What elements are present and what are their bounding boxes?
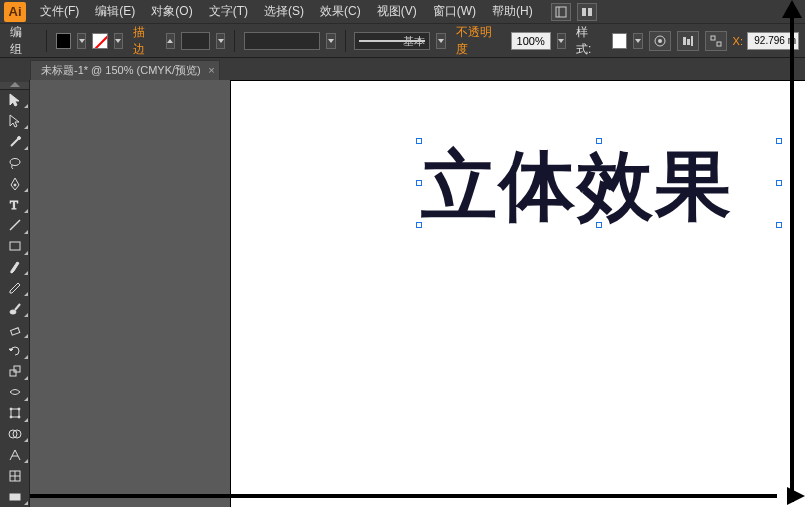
canvas-area[interactable]: 立体效果 [30, 80, 805, 507]
opacity-dropdown[interactable] [557, 33, 567, 49]
stroke-weight-stepper-up[interactable] [166, 33, 176, 49]
type-tool[interactable]: T [1, 195, 29, 214]
selection-handle[interactable] [776, 138, 782, 144]
svg-point-36 [10, 408, 12, 410]
app-logo: Ai [4, 2, 26, 22]
svg-rect-18 [717, 42, 721, 46]
svg-line-27 [10, 220, 20, 230]
selection-handle[interactable] [776, 222, 782, 228]
panel-collapse-grip[interactable] [0, 82, 29, 90]
svg-rect-45 [10, 494, 20, 500]
artboard[interactable]: 立体效果 [230, 80, 805, 507]
svg-point-39 [18, 416, 20, 418]
svg-marker-11 [635, 39, 641, 43]
stroke-profile-box[interactable] [244, 32, 320, 50]
tool-panel: T [0, 80, 30, 507]
svg-point-29 [10, 310, 16, 314]
gradient-tool[interactable] [1, 487, 29, 506]
svg-marker-20 [10, 94, 19, 106]
svg-point-23 [17, 136, 20, 139]
svg-marker-32 [9, 349, 13, 351]
align-icon[interactable] [677, 31, 699, 51]
menu-select[interactable]: 选择(S) [256, 0, 312, 24]
svg-rect-28 [10, 242, 20, 250]
svg-point-37 [18, 408, 20, 410]
fill-dropdown[interactable] [77, 33, 87, 49]
document-tab-title: 未标题-1* @ 150% (CMYK/预览) [41, 64, 201, 76]
lasso-tool[interactable] [1, 153, 29, 172]
menu-edit[interactable]: 编辑(E) [87, 0, 143, 24]
artwork-text[interactable]: 立体效果 [421, 136, 733, 239]
brush-def-box[interactable]: 基本 [354, 32, 430, 50]
svg-point-38 [10, 416, 12, 418]
width-tool[interactable] [1, 383, 29, 402]
perspective-grid-tool[interactable] [1, 445, 29, 464]
control-bar: 编组 描边 基本 不透明度 100% 样式: [0, 24, 805, 58]
stroke-swatch[interactable] [92, 33, 107, 49]
rotate-tool[interactable] [1, 341, 29, 360]
direct-selection-tool[interactable] [1, 111, 29, 130]
right-control-icons: X: 92.796 m [649, 31, 799, 51]
scale-tool[interactable] [1, 362, 29, 381]
menu-object[interactable]: 对象(O) [143, 0, 200, 24]
svg-marker-10 [558, 39, 564, 43]
arrange-icon[interactable] [577, 3, 597, 21]
selection-tool[interactable] [1, 91, 29, 110]
fill-swatch[interactable] [56, 33, 71, 49]
selection-handle[interactable] [776, 180, 782, 186]
close-icon[interactable]: × [208, 64, 214, 76]
divider [345, 30, 346, 52]
magic-wand-tool[interactable] [1, 132, 29, 151]
pen-tool[interactable] [1, 174, 29, 193]
brush-basic-label: 基本 [403, 34, 425, 49]
svg-rect-15 [687, 39, 690, 45]
stroke-dropdown[interactable] [114, 33, 124, 49]
menu-effect[interactable]: 效果(C) [312, 0, 369, 24]
transform-icon[interactable] [705, 31, 727, 51]
mesh-tool[interactable] [1, 466, 29, 485]
layout-icon[interactable] [551, 3, 571, 21]
svg-marker-6 [167, 39, 173, 43]
recolor-icon[interactable] [649, 31, 671, 51]
brush-def-dropdown[interactable] [436, 33, 446, 49]
svg-rect-2 [582, 8, 586, 16]
overlay-arrow-up-icon [782, 0, 802, 18]
svg-rect-31 [10, 327, 19, 334]
menu-items: 文件(F) 编辑(E) 对象(O) 文字(T) 选择(S) 效果(C) 视图(V… [32, 0, 541, 24]
svg-line-30 [15, 304, 20, 310]
menu-right-icons [551, 3, 597, 21]
menu-help[interactable]: 帮助(H) [484, 0, 541, 24]
opacity-value[interactable]: 100% [511, 32, 551, 50]
style-dropdown[interactable] [633, 33, 643, 49]
overlay-arrow-right-icon [787, 487, 805, 505]
svg-marker-19 [10, 82, 20, 87]
free-transform-tool[interactable] [1, 404, 29, 423]
stroke-weight-dropdown[interactable] [216, 33, 226, 49]
rectangle-tool[interactable] [1, 237, 29, 256]
svg-point-25 [14, 184, 16, 186]
svg-marker-8 [328, 39, 334, 43]
menu-type[interactable]: 文字(T) [201, 0, 256, 24]
opacity-label[interactable]: 不透明度 [452, 24, 505, 58]
stroke-label[interactable]: 描边 [129, 24, 160, 58]
pencil-tool[interactable] [1, 278, 29, 297]
menu-view[interactable]: 视图(V) [369, 0, 425, 24]
svg-rect-16 [691, 36, 693, 46]
svg-marker-21 [10, 115, 19, 127]
stroke-weight-field[interactable] [181, 32, 210, 50]
menu-bar: Ai 文件(F) 编辑(E) 对象(O) 文字(T) 选择(S) 效果(C) 视… [0, 0, 805, 24]
paintbrush-tool[interactable] [1, 258, 29, 277]
eraser-tool[interactable] [1, 320, 29, 339]
svg-rect-34 [14, 366, 20, 372]
document-tab[interactable]: 未标题-1* @ 150% (CMYK/预览) × [30, 60, 220, 80]
style-swatch[interactable] [612, 33, 627, 49]
style-label: 样式: [572, 24, 606, 58]
blob-brush-tool[interactable] [1, 299, 29, 318]
line-tool[interactable] [1, 216, 29, 235]
shape-builder-tool[interactable] [1, 425, 29, 444]
svg-marker-9 [438, 39, 444, 43]
menu-file[interactable]: 文件(F) [32, 0, 87, 24]
document-tabs: 未标题-1* @ 150% (CMYK/预览) × [0, 58, 805, 80]
menu-window[interactable]: 窗口(W) [425, 0, 484, 24]
stroke-profile-dropdown[interactable] [326, 33, 336, 49]
